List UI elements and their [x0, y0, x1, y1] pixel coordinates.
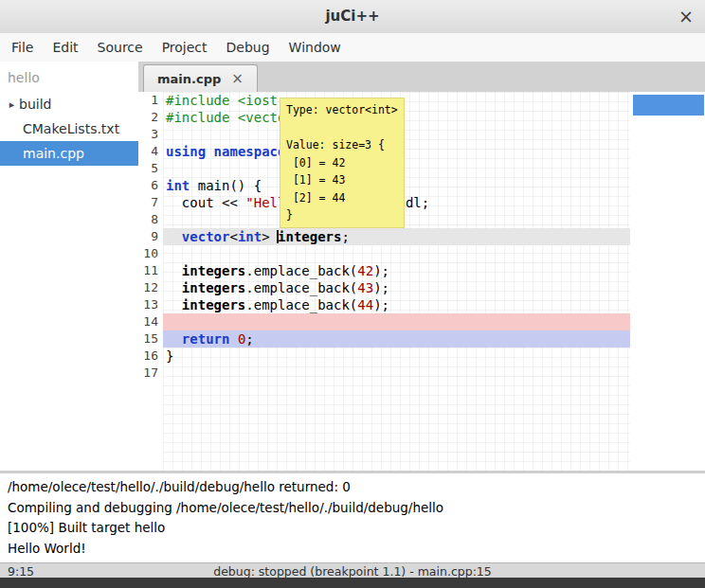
tree-item-build[interactable]: ▸build [0, 92, 138, 116]
code-segment: int [166, 178, 190, 193]
tree-item-label: build [19, 97, 51, 112]
code-segment: main() { [190, 178, 262, 193]
tooltip-line: [1] = 43 [286, 171, 398, 189]
title-bar: juCi++ × [0, 0, 705, 34]
line-number: 6 [138, 177, 163, 194]
line-number: 17 [138, 365, 163, 382]
debug-value-tooltip: Type: vector<int>Value: size=3 { [0] = 4… [280, 98, 405, 228]
tree-item-cmakelists.txt[interactable]: CMakeLists.txt [0, 116, 138, 141]
code-segment: < [229, 229, 237, 244]
code-segment [166, 263, 182, 278]
tree-item-label: main.cpp [23, 146, 84, 161]
code-segment [206, 144, 213, 159]
tab-bar: main.cpp × [138, 62, 705, 93]
code-segment: integers [182, 280, 245, 295]
code-line-17[interactable] [163, 365, 630, 382]
output-line: /home/olece/test/hello/./build/debug/hel… [8, 477, 697, 498]
code-segment: 43 [357, 280, 373, 295]
line-number: 10 [138, 245, 163, 262]
tab-label: main.cpp [157, 72, 221, 86]
code-line-13[interactable]: integers.emplace_back(44); [163, 296, 630, 313]
code-segment [166, 229, 182, 244]
code-segment: } [166, 348, 173, 364]
line-number: 1 [138, 92, 163, 109]
output-line: Hello World! [8, 539, 697, 560]
tree-item-label: CMakeLists.txt [23, 121, 119, 136]
code-segment [166, 280, 182, 295]
scrollbar-thumb[interactable] [633, 95, 704, 116]
tooltip-line: Value: size=3 { [286, 136, 398, 154]
code-segment: integers [278, 229, 341, 244]
output-line: [100%] Built target hello [8, 518, 697, 539]
project-name: hello [0, 62, 138, 92]
code-segment: integers [182, 297, 245, 312]
tooltip-line: Type: vector<int> [286, 101, 398, 119]
code-segment: cout << [166, 195, 245, 210]
code-segment: ); [373, 263, 389, 278]
line-number-gutter: 1234567891011121314151617 [138, 92, 163, 471]
code-line-9[interactable]: vector<int> integers; [163, 228, 630, 245]
tab-close-icon[interactable]: × [231, 70, 244, 87]
line-number: 16 [138, 347, 163, 365]
menu-item-window[interactable]: Window [280, 35, 351, 60]
code-segment: return [182, 331, 230, 347]
code-line-14[interactable] [163, 313, 630, 330]
code-segment: .emplace_back( [245, 263, 357, 278]
code-segment: 42 [357, 263, 373, 278]
line-number: 11 [138, 262, 163, 279]
line-number: 12 [138, 279, 163, 296]
menu-item-file[interactable]: File [2, 35, 43, 60]
line-number: 13 [138, 296, 163, 313]
code-segment [166, 297, 182, 312]
line-number: 4 [138, 143, 163, 160]
status-bar: 9:15 debug: stopped (breakpoint 1.1) - m… [0, 562, 705, 579]
menu-item-project[interactable]: Project [153, 35, 217, 60]
tree-item-main.cpp[interactable]: main.cpp [0, 141, 138, 166]
line-number: 2 [138, 109, 163, 126]
code-segment: ; [341, 229, 349, 244]
code-segment: 44 [357, 297, 373, 312]
code-line-10[interactable] [163, 245, 630, 262]
code-segment: ; [245, 331, 253, 347]
window-title: juCi++ [0, 8, 705, 25]
line-number: 8 [138, 211, 163, 228]
menu-item-source[interactable]: Source [88, 35, 153, 60]
tooltip-line: [2] = 44 [286, 189, 398, 207]
code-segment: integers [182, 263, 245, 278]
line-number: 15 [138, 330, 163, 347]
code-segment: vector [182, 229, 230, 244]
tooltip-line: [0] = 42 [286, 154, 398, 172]
bottom-strip [0, 578, 705, 588]
code-segment: int [238, 229, 262, 244]
sidebar: hello ▸buildCMakeLists.txtmain.cpp [0, 62, 139, 471]
expander-icon[interactable]: ▸ [5, 98, 19, 111]
close-icon[interactable]: × [678, 6, 694, 27]
tooltip-line [286, 119, 398, 137]
code-segment: ); [373, 280, 389, 295]
code-segment: > [262, 229, 278, 244]
app-window: juCi++ × FileEditSourceProjectDebugWindo… [0, 0, 705, 588]
code-segment [229, 331, 237, 347]
code-segment: .emplace_back( [245, 280, 357, 295]
code-line-12[interactable]: integers.emplace_back(43); [163, 279, 630, 296]
code-line-16[interactable]: } [163, 347, 630, 365]
menu-item-debug[interactable]: Debug [217, 35, 280, 60]
output-panel: /home/olece/test/hello/./build/debug/hel… [0, 473, 705, 562]
line-number: 5 [138, 160, 163, 177]
line-number: 9 [138, 228, 163, 245]
menu-item-edit[interactable]: Edit [43, 35, 87, 60]
line-number: 7 [138, 194, 163, 211]
code-segment [166, 331, 182, 347]
code-segment: ); [373, 297, 389, 312]
code-editor[interactable]: 1234567891011121314151617 #include <iost… [138, 92, 705, 471]
output-line: Compiling and debugging /home/olece/test… [8, 498, 697, 519]
code-segment: using [166, 144, 206, 159]
code-segment: namespace [214, 144, 286, 159]
line-number: 14 [138, 313, 163, 330]
tab-main-cpp[interactable]: main.cpp × [143, 64, 258, 92]
code-line-11[interactable]: integers.emplace_back(42); [163, 262, 630, 279]
line-number: 3 [138, 126, 163, 143]
tooltip-line: } [286, 206, 398, 224]
code-segment: .emplace_back( [245, 297, 357, 312]
code-line-15[interactable]: return 0; [163, 330, 630, 347]
